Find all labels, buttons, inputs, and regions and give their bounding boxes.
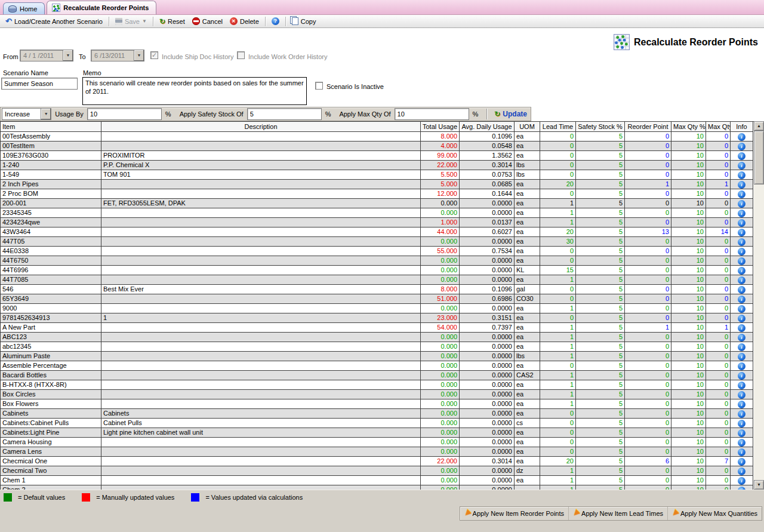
cell-total-usage[interactable]: 55.000 (421, 247, 460, 256)
cell-item[interactable]: 44E0338 (1, 247, 101, 256)
cell-avg-daily-usage[interactable]: 0.1096 (460, 285, 515, 294)
cell-info[interactable] (731, 333, 753, 342)
cell-reorder-point[interactable]: 0 (625, 485, 671, 490)
cell-avg-daily-usage[interactable]: 0.0753 (460, 170, 515, 180)
info-icon[interactable] (738, 152, 745, 160)
cell-description[interactable] (101, 227, 421, 237)
help-button[interactable]: ? (269, 17, 282, 26)
cell-max-qty[interactable]: 0 (706, 342, 731, 352)
cell-max-qty-pct[interactable]: 10 (671, 371, 706, 380)
cell-uom[interactable]: ea (515, 208, 540, 218)
cell-max-qty[interactable]: 0 (706, 237, 731, 247)
cell-lead-time[interactable]: 1 (540, 199, 576, 208)
cell-lead-time[interactable]: 20 (540, 457, 576, 466)
info-icon[interactable] (738, 190, 745, 198)
cell-reorder-point[interactable]: 0 (625, 237, 671, 247)
cell-avg-daily-usage[interactable]: 0.0000 (460, 419, 515, 428)
cell-uom[interactable]: ea (515, 438, 540, 447)
cell-safety-stock-pct[interactable]: 5 (576, 476, 625, 485)
cell-total-usage[interactable]: 0.000 (421, 485, 460, 490)
cell-avg-daily-usage[interactable]: 0.1644 (460, 189, 515, 199)
column-header-info[interactable]: Info (731, 122, 753, 132)
chevron-down-icon[interactable]: ▼ (63, 50, 73, 61)
cell-item[interactable]: 44T6996 (1, 266, 101, 275)
cell-max-qty[interactable]: 0 (706, 266, 731, 275)
cell-info[interactable] (731, 313, 753, 323)
cell-avg-daily-usage[interactable]: 0.0000 (460, 304, 515, 313)
save-button[interactable]: Save▼ (112, 17, 150, 26)
info-icon[interactable] (738, 315, 745, 322)
cell-description[interactable] (101, 247, 421, 256)
info-icon[interactable] (738, 267, 745, 275)
cell-safety-stock-pct[interactable]: 5 (576, 380, 625, 390)
cell-reorder-point[interactable]: 6 (625, 457, 671, 466)
cell-max-qty-pct[interactable]: 10 (671, 132, 706, 142)
cell-uom[interactable]: ea (515, 447, 540, 457)
cell-total-usage[interactable]: 0.000 (421, 208, 460, 218)
cell-uom[interactable]: ea (515, 390, 540, 399)
cell-reorder-point[interactable]: 0 (625, 371, 671, 380)
cell-description[interactable] (101, 180, 421, 189)
cell-safety-stock-pct[interactable]: 5 (576, 352, 625, 361)
cell-info[interactable] (731, 428, 753, 438)
cell-max-qty[interactable]: 0 (706, 333, 731, 342)
cell-description[interactable] (101, 256, 421, 266)
cell-lead-time[interactable]: 1 (540, 485, 576, 490)
info-icon[interactable] (738, 162, 745, 170)
cell-max-qty-pct[interactable]: 10 (671, 247, 706, 256)
cancel-button[interactable]: Cancel (189, 17, 226, 26)
cell-safety-stock-pct[interactable]: 5 (576, 170, 625, 180)
cell-info[interactable] (731, 199, 753, 208)
cell-reorder-point[interactable]: 0 (625, 189, 671, 199)
cell-safety-stock-pct[interactable]: 5 (576, 409, 625, 419)
cell-max-qty-pct[interactable]: 10 (671, 399, 706, 409)
cell-info[interactable] (731, 180, 753, 189)
cell-avg-daily-usage[interactable]: 0.6986 (460, 294, 515, 304)
cell-lead-time[interactable]: 0 (540, 409, 576, 419)
cell-info[interactable] (731, 342, 753, 352)
cell-info[interactable] (731, 371, 753, 380)
cell-max-qty[interactable]: 0 (706, 399, 731, 409)
cell-safety-stock-pct[interactable]: 5 (576, 151, 625, 161)
info-icon[interactable] (738, 296, 745, 303)
cell-safety-stock-pct[interactable]: 5 (576, 457, 625, 466)
cell-safety-stock-pct[interactable]: 5 (576, 419, 625, 428)
cell-item[interactable]: 65Y3649 (1, 294, 101, 304)
info-icon[interactable] (738, 133, 745, 141)
cell-lead-time[interactable]: 0 (540, 142, 576, 151)
tab-home[interactable]: Home (3, 2, 45, 14)
cell-uom[interactable]: ea (515, 333, 540, 342)
info-icon[interactable] (738, 324, 745, 332)
cell-total-usage[interactable]: 0.000 (421, 419, 460, 428)
cell-lead-time[interactable]: 0 (540, 247, 576, 256)
cell-lead-time[interactable]: 20 (540, 180, 576, 189)
cell-item[interactable]: B-HTXX-8 (HTXX-8R) (1, 380, 101, 390)
cell-safety-stock-pct[interactable]: 5 (576, 247, 625, 256)
cell-max-qty[interactable]: 0 (706, 208, 731, 218)
cell-item[interactable]: Checmical Two (1, 466, 101, 476)
cell-safety-stock-pct[interactable]: 5 (576, 466, 625, 476)
info-icon[interactable] (738, 334, 745, 342)
cell-info[interactable] (731, 361, 753, 371)
cell-max-qty-pct[interactable]: 10 (671, 237, 706, 247)
cell-item[interactable]: Camera Lens (1, 447, 101, 457)
cell-item[interactable]: 1-240 (1, 161, 101, 170)
cell-info[interactable] (731, 285, 753, 294)
cell-uom[interactable]: ea (515, 313, 540, 323)
cell-description[interactable]: Cabinet Pulls (101, 419, 421, 428)
cell-total-usage[interactable]: 0.000 (421, 476, 460, 485)
cell-avg-daily-usage[interactable]: 0.0000 (460, 447, 515, 457)
cell-reorder-point[interactable]: 1 (625, 323, 671, 333)
cell-max-qty[interactable]: 14 (706, 227, 731, 237)
cell-uom[interactable]: ea (515, 342, 540, 352)
cell-item[interactable]: 1-549 (1, 170, 101, 180)
cell-lead-time[interactable]: 0 (540, 256, 576, 266)
info-icon[interactable] (738, 487, 745, 490)
to-date-combo[interactable]: 6 /13/2011 ▼ (91, 50, 144, 61)
cell-reorder-point[interactable]: 0 (625, 447, 671, 457)
cell-safety-stock-pct[interactable]: 5 (576, 256, 625, 266)
cell-max-qty-pct[interactable]: 10 (671, 447, 706, 457)
cell-max-qty-pct[interactable]: 10 (671, 457, 706, 466)
cell-uom[interactable]: ea (515, 132, 540, 142)
cell-total-usage[interactable]: 0.000 (421, 380, 460, 390)
